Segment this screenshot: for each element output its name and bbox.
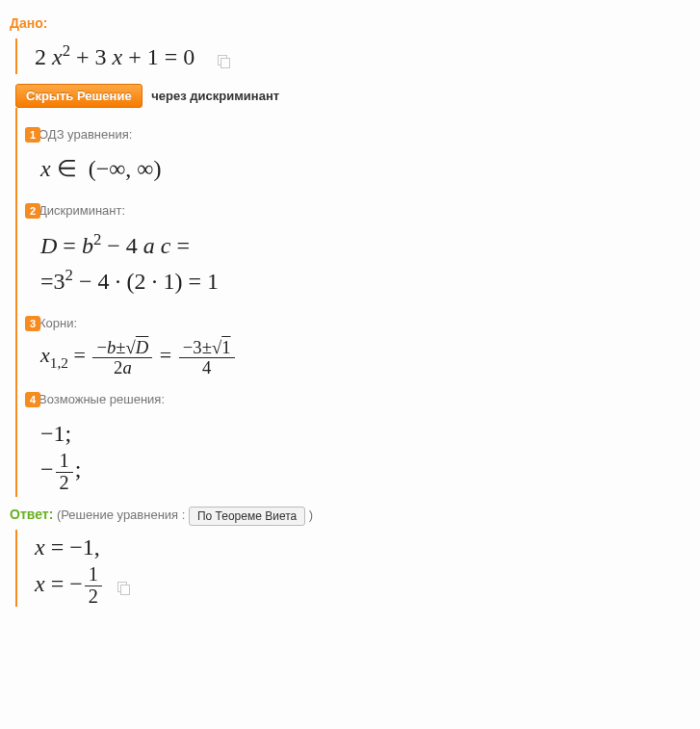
step-2: 2 Дискриминант: D = b2 − 4 a c ==32 − 4 … xyxy=(35,203,690,302)
given-equation: 2 x2 + 3 x + 1 = 0 xyxy=(35,40,194,73)
step-1: 1 ОДЗ уравнения: x ∈ (−∞, ∞) xyxy=(35,127,690,190)
answer-results: x = −1,x = −12 xyxy=(35,531,104,599)
step-formula: D = b2 − 4 a c ==32 − 4 · (2 · 1) = 1 xyxy=(40,223,690,302)
answer-block: x = −1,x = −12 xyxy=(15,530,690,607)
answer-hint-prefix: (Решение уравнения : xyxy=(57,508,189,523)
answer-title: Ответ: xyxy=(10,508,53,523)
step-formula: x ∈ (−∞, ∞) xyxy=(40,147,690,190)
step-formula: x1,2 = −b±√D2a = −3±√14 xyxy=(40,336,690,378)
step-label: ОДЗ уравнения: xyxy=(39,127,132,142)
answer-header: Ответ: (Решение уравнения : По Теореме В… xyxy=(10,507,690,526)
step-badge: 1 xyxy=(25,127,40,143)
solution-method: через дискриминант xyxy=(151,89,279,103)
vieta-button[interactable]: По Теореме Виета xyxy=(189,507,305,526)
copy-icon[interactable] xyxy=(218,55,230,67)
solution-header: Скрыть Решение через дискриминант xyxy=(15,84,690,108)
answer-hint-suffix: ) xyxy=(309,508,313,523)
copy-icon[interactable] xyxy=(117,582,130,594)
given-title: Дано: xyxy=(10,15,690,31)
step-label: Возможные решения: xyxy=(39,392,165,406)
hide-solution-button[interactable]: Скрыть Решение xyxy=(15,84,143,108)
step-badge: 4 xyxy=(25,392,40,407)
step-3: 3 Корни: x1,2 = −b±√D2a = −3±√14 xyxy=(35,316,690,378)
step-formula: −1;−12; xyxy=(40,412,690,497)
step-4: 4 Возможные решения: −1;−12; xyxy=(35,392,690,497)
step-label: Дискриминант: xyxy=(39,203,125,218)
step-badge: 3 xyxy=(25,316,40,331)
solution-block: 1 ОДЗ уравнения: x ∈ (−∞, ∞) 2 Дискримин… xyxy=(15,108,690,497)
step-badge: 2 xyxy=(25,203,40,219)
given-block: 2 x2 + 3 x + 1 = 0 xyxy=(15,39,690,74)
step-label: Корни: xyxy=(39,316,77,330)
